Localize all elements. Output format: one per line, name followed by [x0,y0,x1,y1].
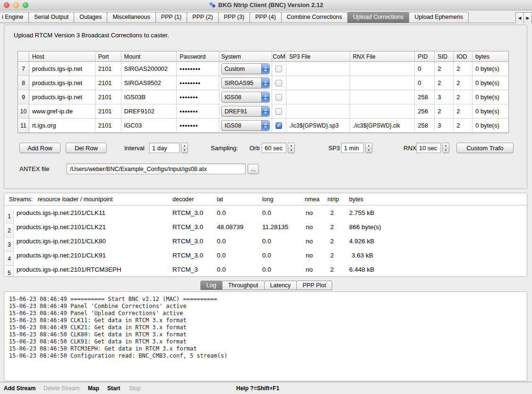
port-cell[interactable]: 2101 [95,62,121,76]
system-dropdown[interactable]: DREF91 [221,106,270,117]
system-dropdown[interactable]: IGS08 [221,92,270,103]
password-cell[interactable]: ••••••• [177,104,219,119]
port-cell[interactable]: 2101 [95,104,121,119]
antex-browse-button[interactable]: ... [248,164,259,174]
com-checkbox[interactable] [275,122,282,129]
pid-cell[interactable]: 0 [415,62,435,76]
host-cell[interactable]: products.igs-ip.net [29,62,95,76]
tab-outages[interactable]: Outages [74,12,107,23]
stepper-arrows-icon[interactable]: ▲▼ [365,143,372,153]
interval-select[interactable]: 1 day ▲▼ [149,143,188,153]
iod-cell[interactable]: 2 [454,90,472,104]
rnx-file-cell[interactable] [350,76,415,90]
password-cell[interactable]: •••••••• [177,62,219,76]
start-button[interactable]: Start [107,385,120,392]
tab-throughput[interactable]: Throughput [222,281,265,290]
rnx-sampling-spinner[interactable]: 10 sec ▲▼ [416,143,449,153]
zoom-window-button[interactable] [23,2,28,8]
mount-cell[interactable]: DREF9102 [121,104,177,119]
stepper-arrows-icon[interactable]: ▲▼ [442,143,449,153]
tab-ppp-2[interactable]: PPP (2) [187,12,219,23]
tab-ppp-plot[interactable]: PPP Plot [296,281,332,290]
sid-cell[interactable]: 2 [435,76,454,90]
iod-cell[interactable]: 2 [454,76,472,90]
tab-serial-output[interactable]: Serial Output [28,12,74,23]
system-dropdown[interactable]: Custom [221,63,270,74]
stream-row[interactable]: 1 products.igs-ip.net:2101/CLK11 RTCM_3.… [4,206,527,220]
password-cell[interactable]: ••••••• [177,119,219,133]
close-window-button[interactable] [4,2,9,8]
antex-file-input[interactable]: /Users/weber/BNC/Example_Configs/Input/i… [67,163,246,174]
tab-ppp-3[interactable]: PPP (3) [218,12,250,23]
tab-engine[interactable]: i Engine [0,12,29,23]
tab-ppp-4[interactable]: PPP (4) [249,12,282,23]
sid-cell[interactable]: 3 [435,119,454,133]
port-cell[interactable]: 2101 [95,76,121,90]
delete-stream-button[interactable]: Delete Stream [43,385,80,392]
system-dropdown[interactable]: IGS08 [221,120,270,131]
tab-latency[interactable]: Latency [264,281,297,290]
map-button[interactable]: Map [88,385,99,392]
pid-cell[interactable]: 258 [415,90,435,104]
port-cell[interactable]: 2101 [95,90,121,104]
mount-cell[interactable]: SIRGAS200002 [121,62,177,76]
iod-cell[interactable]: 2 [454,104,472,119]
row-number[interactable]: 7 [18,62,29,76]
stream-row[interactable]: 4 products.igs-ip.net:2101/CLK91 RTCM_3.… [4,248,527,262]
sid-cell[interactable]: 2 [435,62,454,76]
tab-scroll-right-icon[interactable]: ▶ [523,12,532,23]
mount-cell[interactable]: IGS03B [121,90,177,104]
sp3-sampling-spinner[interactable]: 1 min ▲▼ [341,143,372,153]
iod-cell[interactable]: 2 [454,119,472,133]
iod-cell[interactable]: 2 [454,62,472,76]
tab-upload-ephemeris[interactable]: Upload Ephemeris [409,12,469,23]
password-cell[interactable]: •••••••• [177,76,219,90]
tab-scroll-left-icon[interactable]: ◀ [515,12,524,23]
stream-row[interactable]: 3 products.igs-ip.net:2101/CLK80 RTCM_3.… [4,234,527,248]
stop-button[interactable]: Stop [129,385,141,392]
tab-ppp-1[interactable]: PPP (1) [155,12,188,23]
mount-cell[interactable]: IGC03 [121,119,177,133]
com-checkbox[interactable] [275,108,282,115]
host-cell[interactable]: rt.igs.org [29,119,95,133]
sp3-file-cell[interactable] [286,90,350,104]
pid-cell[interactable]: 0 [415,76,435,90]
orb-sampling-spinner[interactable]: 60 sec ▲▼ [262,143,295,153]
pid-cell[interactable]: 256 [415,104,435,119]
log-panel[interactable]: 15-06-23 08:46:49 ========== Start BNC v… [4,291,527,381]
rnx-file-cell[interactable] [350,90,415,104]
stream-row[interactable]: 5 products.igs-ip.net:2101/RTCM3EPH RTCM… [4,262,527,276]
password-cell[interactable]: ••••••• [177,90,219,104]
host-cell[interactable]: products.igs-ip.net [29,76,95,90]
row-number[interactable]: 10 [18,104,29,119]
minimize-window-button[interactable] [13,2,19,8]
row-number[interactable]: 11 [18,119,29,133]
pid-cell[interactable]: 258 [415,119,435,133]
rnx-file-cell[interactable]: ./ic3${GPSWD}.clk [350,119,415,133]
rnx-file-cell[interactable] [350,104,415,119]
sp3-file-cell[interactable] [286,76,350,90]
port-cell[interactable]: 2101 [95,119,121,133]
host-cell[interactable]: www.gref-ip.de [29,104,95,119]
stepper-arrows-icon[interactable]: ▲▼ [181,143,188,153]
tab-upload-corrections[interactable]: Upload Corrections [347,12,409,23]
row-number[interactable]: 9 [18,90,29,104]
titlebar[interactable]: BKG Ntrip Client (BNC) Version 2.12 [0,0,532,10]
sid-cell[interactable]: 2 [435,104,454,119]
mount-cell[interactable]: SIRGAS9502 [121,76,177,90]
com-checkbox[interactable] [275,80,282,86]
sp3-file-cell[interactable] [286,104,350,119]
del-row-button[interactable]: Del Row [66,143,107,153]
rnx-file-cell[interactable] [350,62,415,76]
add-stream-button[interactable]: Add Stream [4,385,35,392]
sp3-file-cell[interactable]: ./ic3${GPSWD}.sp3 [286,119,350,133]
row-number[interactable]: 8 [18,76,29,90]
system-dropdown[interactable]: SIRGAS95 [221,77,270,88]
sid-cell[interactable]: 3 [435,90,454,104]
stream-row[interactable]: 2 products.igs-ip.net:2101/CLK21 RTCM_3.… [4,220,527,234]
com-checkbox[interactable] [275,66,282,72]
tab-miscellaneous[interactable]: Miscellaneous [107,12,155,23]
sp3-file-cell[interactable] [286,62,350,76]
stepper-arrows-icon[interactable]: ▲▼ [288,143,295,153]
tab-combine-corrections[interactable]: Combine Corrections [281,12,348,23]
